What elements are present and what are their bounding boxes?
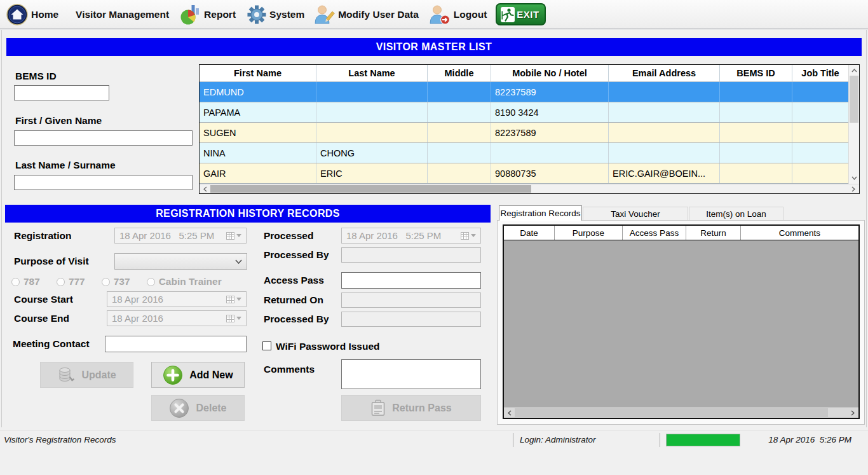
delete-label: Delete: [196, 403, 226, 414]
panel-left-edge: [1, 30, 2, 427]
calendar-icon: [226, 231, 241, 240]
status-separator: [513, 433, 513, 447]
col-mobile[interactable]: Mobile No / Hotel: [491, 65, 609, 81]
visitor-row[interactable]: PAPAMA 8190 3424: [200, 102, 848, 123]
visitor-row[interactable]: GAIR ERIC 90880735 ERIC.GAIR@BOEIN...: [200, 163, 848, 184]
col-first-name[interactable]: First Name: [200, 65, 316, 81]
col-return[interactable]: Return: [686, 226, 741, 240]
tab-taxi-voucher[interactable]: Taxi Voucher: [583, 207, 688, 221]
visitor-grid-horizontal-scrollbar[interactable]: [200, 184, 859, 193]
horizontal-scroll-thumb[interactable]: [210, 185, 531, 193]
visitor-row[interactable]: SUGEN 82237589: [200, 123, 848, 143]
toolbar: Home Visitor Management Report: [0, 0, 868, 29]
modify-user-icon: [313, 4, 335, 25]
col-access-pass[interactable]: Access Pass: [623, 226, 686, 240]
last-name-label: Last Name / Surname: [15, 160, 116, 171]
col-middle[interactable]: Middle: [428, 65, 491, 81]
exit-running-man-icon: [500, 6, 515, 23]
records-grid-horizontal-scrollbar[interactable]: [504, 407, 858, 418]
cell-email: [609, 82, 720, 102]
cell-job-title: [792, 163, 848, 183]
col-date[interactable]: Date: [504, 226, 555, 240]
cell-mobile: 82237589: [491, 123, 609, 142]
return-pass-button: Return Pass: [341, 395, 481, 421]
return-pass-label: Return Pass: [392, 403, 451, 414]
visitor-grid: First Name Last Name Middle Mobile No / …: [199, 64, 860, 194]
horizontal-scroll-thumb[interactable]: [515, 408, 828, 417]
col-email[interactable]: Email Address: [609, 65, 720, 81]
wifi-password-checkbox[interactable]: [262, 341, 271, 350]
registration-date-picker: 18 Apr 2016 5:25 PM: [114, 228, 247, 244]
radio-cabin-trainer: [147, 278, 155, 286]
cell-email: [609, 123, 720, 142]
cell-last-name: [316, 102, 428, 122]
access-pass-input[interactable]: [341, 272, 481, 289]
add-new-label: Add New: [189, 369, 233, 381]
col-last-name[interactable]: Last Name: [316, 65, 428, 81]
cell-job-title: [792, 143, 848, 163]
registration-history-banner: REGISTRATION HISTORY RECORDS: [5, 205, 491, 223]
calendar-icon: [226, 295, 241, 303]
radio-787-label: 787: [24, 276, 40, 287]
visitor-row-selected[interactable]: EDMUND 82237589: [200, 82, 848, 102]
scroll-left-arrow-icon[interactable]: [505, 408, 514, 418]
col-comments[interactable]: Comments: [741, 226, 858, 240]
logout-icon: [429, 4, 451, 25]
vertical-scroll-thumb[interactable]: [850, 76, 858, 123]
scroll-down-arrow-icon[interactable]: [849, 174, 859, 182]
course-end-date-picker: 18 Apr 2016: [107, 310, 247, 326]
cell-mobile: 90880735: [491, 163, 609, 183]
logout-label: Logout: [454, 9, 487, 20]
report-button[interactable]: Report: [179, 4, 236, 25]
radio-777-label: 777: [69, 276, 85, 287]
add-new-button[interactable]: Add New: [151, 362, 245, 388]
report-label: Report: [204, 9, 236, 20]
tab-taxi-voucher-label: Taxi Voucher: [611, 209, 660, 219]
visitor-master-list-banner: VISITOR MASTER LIST: [6, 38, 862, 56]
col-job-title[interactable]: Job Title: [792, 65, 848, 81]
processed-by-2-label: Processed By: [264, 313, 329, 325]
visitor-management-window: Home Visitor Management Report: [0, 0, 868, 475]
visitor-row[interactable]: NINA CHONG: [200, 143, 848, 163]
radio-737: [102, 278, 110, 286]
tab-items-on-loan[interactable]: Item(s) on Loan: [689, 207, 783, 221]
scroll-left-arrow-icon[interactable]: [201, 184, 210, 193]
first-name-input[interactable]: [14, 130, 193, 146]
course-end-label: Course End: [14, 313, 69, 324]
status-separator: [660, 433, 660, 447]
scroll-right-arrow-icon[interactable]: [848, 408, 857, 418]
modify-user-data-button[interactable]: Modify User Data: [313, 4, 419, 25]
visitor-management-button[interactable]: Visitor Management: [72, 9, 169, 20]
cell-job-title: [792, 82, 848, 102]
exit-button[interactable]: EXIT: [496, 3, 545, 25]
home-button[interactable]: Home: [6, 4, 58, 25]
visitor-management-label: Visitor Management: [76, 9, 169, 20]
panel-right-edge: [866, 30, 867, 427]
logout-button[interactable]: Logout: [429, 4, 487, 25]
cell-bems-id: [720, 143, 792, 163]
bems-id-input[interactable]: [14, 85, 109, 100]
registration-label: Registration: [14, 230, 71, 242]
scroll-right-arrow-icon[interactable]: [849, 184, 858, 193]
tab-registration-records-label: Registration Records: [500, 209, 580, 218]
records-tab-panel: Date Purpose Access Pass Return Comments: [497, 220, 865, 425]
col-bems-id[interactable]: BEMS ID: [720, 65, 792, 81]
system-button[interactable]: System: [247, 5, 304, 24]
registration-history-title: REGISTRATION HISTORY RECORDS: [156, 208, 340, 219]
comments-textarea[interactable]: [341, 359, 481, 389]
bems-id-label: BEMS ID: [15, 71, 57, 82]
cell-middle: [428, 82, 491, 102]
processed-by-field: [341, 247, 481, 263]
cell-first-name: GAIR: [200, 163, 316, 183]
last-name-input[interactable]: [14, 175, 193, 190]
scroll-up-arrow-icon[interactable]: [849, 66, 859, 75]
col-purpose[interactable]: Purpose: [555, 226, 623, 240]
meeting-contact-input[interactable]: [105, 336, 247, 352]
cell-email: ERIC.GAIR@BOEIN...: [609, 163, 720, 183]
course-start-label: Course Start: [14, 294, 73, 305]
visitor-grid-vertical-scrollbar[interactable]: [848, 65, 859, 184]
tab-registration-records[interactable]: Registration Records: [499, 205, 582, 221]
course-start-value: 18 Apr 2016: [112, 294, 163, 305]
home-icon: [6, 4, 28, 25]
tab-items-on-loan-label: Item(s) on Loan: [706, 209, 766, 219]
